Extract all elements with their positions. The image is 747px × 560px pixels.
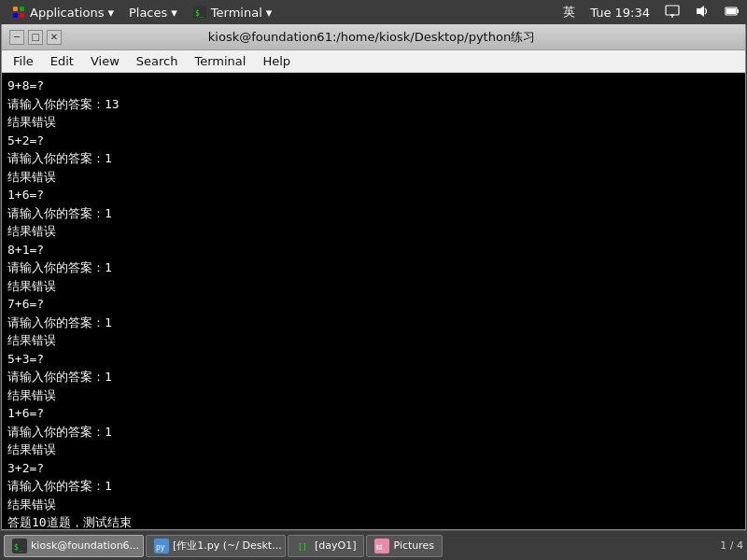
menu-file[interactable]: File [6,52,41,70]
menu-terminal[interactable]: Terminal [187,52,253,70]
svg-rect-6 [666,6,679,15]
menu-view[interactable]: View [83,52,127,70]
svg-rect-12 [726,8,736,14]
places-menu[interactable]: Places ▾ [121,4,185,21]
top-bar-left: Applications ▾ Places ▾ $_ Terminal ▾ [4,3,279,21]
menu-help[interactable]: Help [255,52,298,70]
clock: Tue 19:34 [586,4,654,21]
taskbar-item-day01[interactable]: [] [dayO1] [288,535,364,557]
applications-icon [11,5,26,20]
terminal-window: ─ □ ✕ kiosk@foundation61:/home/kiosk/Des… [1,24,746,530]
display-icon[interactable] [661,2,684,23]
taskbar-item-file1[interactable]: py [作业1.py (~/ Deskt... [146,535,286,557]
svg-rect-3 [20,13,24,18]
taskbar-right: 1 / 4 [720,539,743,552]
svg-rect-2 [13,13,18,18]
places-label: Places [129,6,167,20]
taskbar-pictures-label: Pictures [393,539,434,552]
page-info: 1 / 4 [720,539,743,552]
svg-text:py: py [156,543,165,552]
svg-rect-1 [20,7,24,11]
taskbar-terminal-icon: $_ [12,539,27,553]
svg-text:$_: $_ [14,543,23,552]
taskbar-file1-label: [作业1.py (~/ Deskt... [173,539,282,553]
terminal-label: Terminal [211,6,262,20]
window-controls: ─ □ ✕ [9,30,62,45]
battery-icon[interactable] [721,2,743,23]
minimize-button[interactable]: ─ [9,30,24,45]
maximize-button[interactable]: □ [28,30,43,45]
close-button[interactable]: ✕ [47,30,62,45]
svg-rect-11 [737,9,739,13]
terminal-icon: $_ [192,5,207,20]
volume-icon[interactable] [691,2,713,23]
taskbar-day01-label: [dayO1] [315,539,356,552]
menu-edit[interactable]: Edit [43,52,81,70]
terminal-menu[interactable]: $_ Terminal ▾ [185,3,279,21]
taskbar-pictures-icon: 🖼 [374,539,389,553]
applications-menu[interactable]: Applications ▾ [4,3,121,21]
terminal-output[interactable]: 9+8=? 请输入你的答案：13 结果错误 5+2=? 请输入你的答案：1 结果… [2,73,745,529]
taskbar-item-terminal[interactable]: $_ kiosk@foundation6... [4,535,144,557]
applications-label: Applications [30,6,104,20]
applications-arrow: ▾ [107,6,114,20]
taskbar-day01-icon: [] [296,539,311,553]
svg-marker-9 [697,6,704,17]
menu-search[interactable]: Search [129,52,186,70]
svg-text:[]: [] [298,543,307,552]
taskbar-item-pictures[interactable]: 🖼 Pictures [366,535,443,557]
taskbar-file1-icon: py [154,539,169,553]
menu-bar: File Edit View Search Terminal Help [2,50,745,73]
top-bar-right: 英 Tue 19:34 [559,2,743,23]
svg-text:$_: $_ [195,9,204,18]
taskbar-terminal-label: kiosk@foundation6... [31,539,139,552]
taskbar: $_ kiosk@foundation6... py [作业1.py (~/ D… [0,530,747,560]
terminal-arrow: ▾ [266,6,273,20]
svg-rect-0 [13,7,18,11]
title-bar: ─ □ ✕ kiosk@foundation61:/home/kiosk/Des… [2,24,745,50]
places-arrow: ▾ [171,6,177,20]
top-bar: Applications ▾ Places ▾ $_ Terminal ▾ 英 … [0,0,747,24]
window-title: kiosk@foundation61:/home/kiosk/Desktop/p… [62,29,682,46]
language-indicator[interactable]: 英 [559,2,579,22]
svg-text:🖼: 🖼 [376,544,383,551]
